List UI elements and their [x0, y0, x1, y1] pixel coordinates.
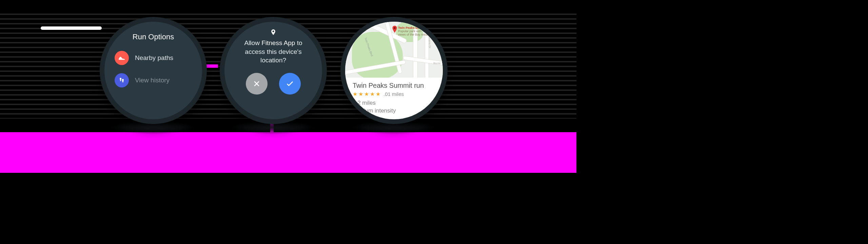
- map-view[interactable]: Twin Peaks Blvd Panorama Dr Burne Twin P…: [345, 22, 443, 78]
- star-icon: ★: [376, 91, 380, 97]
- footsteps-icon: [115, 73, 129, 87]
- svg-point-1: [120, 80, 121, 81]
- svg-point-0: [120, 78, 121, 80]
- star-icon: ★: [370, 91, 375, 97]
- location-pin-icon: [224, 28, 322, 37]
- menu-item-nearby-paths[interactable]: Nearby paths: [104, 51, 202, 65]
- menu-item-label: Nearby paths: [135, 54, 173, 62]
- pin-subtitle: Popular park with views of the Bay Area: [398, 30, 429, 37]
- watch-map-result: Twin Peaks Blvd Panorama Dr Burne Twin P…: [340, 17, 448, 124]
- watch-permission-dialog: Allow Fitness App to access this device'…: [220, 17, 327, 124]
- map-pin-label: Twin Peaks Summit Popular park with view…: [398, 26, 429, 37]
- svg-point-2: [122, 79, 124, 81]
- allow-button[interactable]: [279, 73, 301, 95]
- white-streak: [41, 26, 102, 30]
- result-distance: 5.2 miles: [353, 99, 435, 107]
- star-icon: ★: [353, 91, 357, 97]
- close-icon: [253, 80, 261, 88]
- result-intensity: Medium intensity: [353, 107, 435, 115]
- menu-item-label: View history: [135, 77, 170, 84]
- distance-small: .01 miles: [383, 91, 404, 97]
- star-icon: ★: [358, 91, 363, 97]
- result-title: Twin Peaks Summit run: [353, 82, 435, 89]
- map-pin-icon[interactable]: [392, 26, 397, 33]
- prompt-prefix: Allow: [244, 39, 261, 46]
- rating-row: ★ ★ ★ ★ ★ .01 miles: [353, 91, 435, 97]
- svg-point-3: [122, 81, 123, 82]
- magenta-highlight-block: [0, 132, 576, 173]
- svg-point-4: [394, 27, 395, 29]
- result-card[interactable]: Twin Peaks Summit run ★ ★ ★ ★ ★ .01 mile…: [345, 78, 443, 115]
- watch-run-options: Run Options Nearby paths View history: [100, 17, 207, 124]
- menu-item-view-history[interactable]: View history: [104, 73, 202, 87]
- app-name: Fitness App: [261, 39, 295, 46]
- star-icon: ★: [364, 91, 369, 97]
- deny-button[interactable]: [246, 73, 268, 95]
- screen-title: Run Options: [104, 33, 202, 41]
- shoe-icon: [115, 51, 129, 65]
- check-icon: [285, 79, 294, 88]
- permission-prompt-text: Allow Fitness App to access this device'…: [224, 37, 322, 65]
